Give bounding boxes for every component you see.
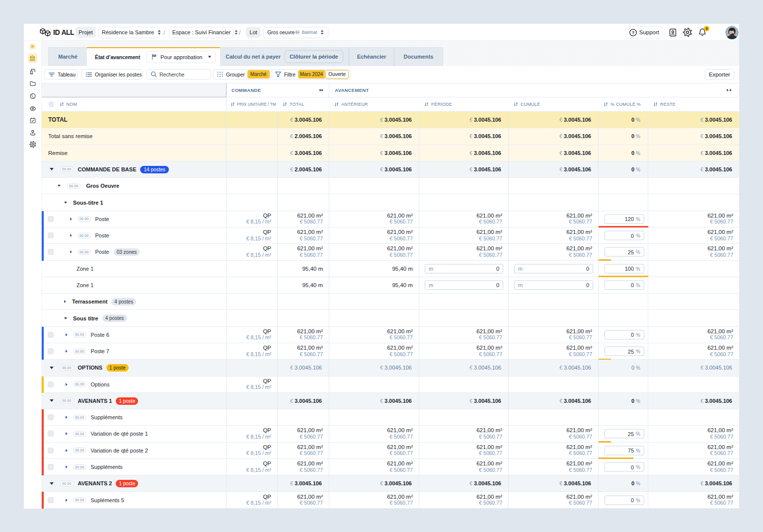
svg-text:?: ? [631, 30, 634, 35]
